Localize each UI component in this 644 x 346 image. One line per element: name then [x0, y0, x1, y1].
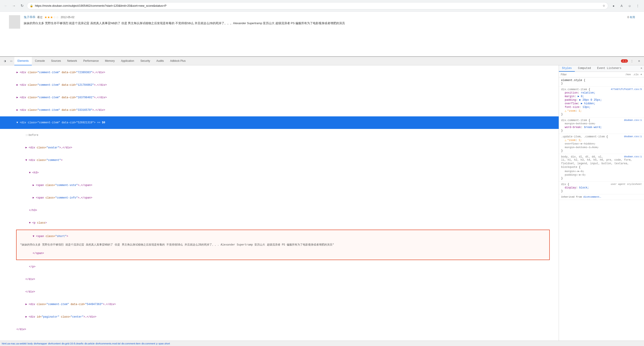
- breadcrumb-comment[interactable]: div.comment: [142, 342, 156, 345]
- element-line[interactable]: </div>: [0, 273, 559, 286]
- css-block-comment-item-1: 477e07cfcfe1077.css:5 div.comment-item {…: [559, 87, 644, 117]
- tab-performance[interactable]: Performance: [80, 57, 102, 65]
- device-toolbar-button[interactable]: ▭: [8, 58, 14, 64]
- tab-security[interactable]: Security: [137, 57, 153, 65]
- helpful-link[interactable]: 有用: [630, 16, 635, 19]
- error-icon: ⚠: [622, 59, 624, 62]
- css-source[interactable]: douban.css:1: [624, 155, 642, 158]
- devtools-close-button[interactable]: ✕: [636, 58, 642, 64]
- star-icon[interactable]: ☆: [602, 4, 605, 7]
- css-prop-zoom: △*zoom: 1;: [561, 109, 642, 113]
- css-close-brace: }: [561, 177, 642, 180]
- page-content: 兔子乖乖 看过 ★★★☆☆ 2012-05-02 0 有用 妹妹的旁白太多 荒野…: [0, 12, 644, 56]
- browser-toolbar: ← → ↻ 🔒 https://movie.douban.com/subject…: [0, 0, 644, 12]
- breadcrumb-body[interactable]: body: [28, 342, 33, 345]
- css-selector: element.style {: [561, 79, 642, 82]
- breadcrumb-article[interactable]: div.article: [84, 342, 95, 345]
- inspect-element-button[interactable]: ◑: [2, 58, 8, 64]
- tab-network[interactable]: Network: [64, 57, 80, 65]
- styles-panel: Styles Computed Event Listeners » :hov .…: [559, 65, 644, 341]
- extensions-button[interactable]: ●: [610, 2, 617, 9]
- element-line[interactable]: </div>: [0, 323, 559, 336]
- element-line[interactable]: ► <div class="comment-item" data-cid="16…: [0, 91, 559, 104]
- element-line[interactable]: ▼ <p class>: [0, 217, 559, 229]
- element-line[interactable]: </div>: [0, 286, 559, 298]
- tab-application[interactable]: Application: [118, 57, 137, 65]
- profile-button[interactable]: ☺: [626, 2, 633, 9]
- css-source[interactable]: 477e07cfcfe1077.css:5: [611, 88, 642, 91]
- css-close-brace: }: [561, 129, 642, 132]
- breadcrumb-grid[interactable]: div.grid-16-8.clearfix: [62, 342, 84, 345]
- highlighted-span-box: ▼ <span class="short"> "妹妹的旁白太多 荒野生存不够强烈…: [16, 230, 550, 260]
- css-prop: font-size: 13px;: [561, 105, 642, 109]
- styles-filter-input[interactable]: [561, 73, 623, 76]
- css-selector-cont: blockquote {: [561, 166, 642, 169]
- tab-adblock[interactable]: Adblock Plus: [167, 57, 189, 65]
- breadcrumb-p[interactable]: p: [156, 342, 158, 345]
- element-line[interactable]: ► <div id="paginator" class="center">…</…: [0, 311, 559, 323]
- styles-filter-bar: :hov .cls +: [559, 72, 644, 77]
- text-content-line[interactable]: "妹妹的旁白太多 荒野生存不够强烈 就是个流浪记蛮 虽然真人真事蛮NB的了 但是…: [16, 243, 549, 247]
- review-action: 看过: [37, 15, 42, 19]
- span-close-line[interactable]: </span>: [16, 247, 549, 260]
- tab-console[interactable]: Console: [32, 57, 48, 65]
- element-line[interactable]: ► <div class="comment-item" data-cid="12…: [0, 79, 559, 91]
- forward-button[interactable]: →: [11, 3, 17, 9]
- css-selector: body, div, dl, dt, dd, ul,: [561, 155, 603, 158]
- breadcrumb-comments[interactable]: div#comments.mod-bd: [96, 342, 120, 345]
- element-line[interactable]: ► <div class="comment-item" data-cid="72…: [0, 66, 559, 79]
- inherited-from-link[interactable]: div#comment…: [583, 196, 601, 198]
- elements-panel[interactable]: ► <div class="comment-item" data-cid="72…: [0, 65, 559, 341]
- breadcrumb-wrapper[interactable]: div#wrapper: [34, 342, 47, 345]
- css-source[interactable]: douban.css:1: [624, 119, 642, 121]
- element-line[interactable]: ► <span class="comment-vote">…</span>: [0, 179, 559, 192]
- filter-plus[interactable]: +: [640, 73, 642, 76]
- filter-hov[interactable]: :hov: [625, 73, 631, 76]
- element-line[interactable]: </h3>: [0, 204, 559, 217]
- tab-elements[interactable]: Elements: [14, 57, 32, 65]
- breadcrumb-bar: html.ua-mac.ua-webkit body div#wrapper d…: [0, 341, 644, 346]
- css-source[interactable]: douban.css:1: [624, 135, 642, 138]
- tab-audits[interactable]: Audits: [153, 57, 167, 65]
- tab-styles[interactable]: Styles: [559, 65, 575, 72]
- translate-button[interactable]: A: [618, 2, 625, 9]
- tab-sources[interactable]: Sources: [48, 57, 64, 65]
- css-inherited-label: Inherited from div#comment…: [561, 196, 642, 198]
- css-selector-row: user agent stylesheet div {: [561, 183, 642, 186]
- element-line[interactable]: ▼ <h3>: [0, 167, 559, 179]
- helpful-count: 0 有用: [628, 15, 635, 19]
- selected-element-line[interactable]: ▼ <div class="comment-item" data-cid="52…: [0, 116, 559, 129]
- css-selector: .update-item, .comment-item: [561, 135, 604, 138]
- avatar: [9, 15, 20, 29]
- element-line[interactable]: ► <div class="avatar">…</div>: [0, 141, 559, 154]
- span-short-line[interactable]: ▼ <span class="short">: [16, 230, 549, 243]
- address-bar[interactable]: 🔒 https://movie.douban.com/subject/19054…: [27, 2, 608, 9]
- reload-button[interactable]: ↻: [19, 3, 25, 9]
- element-line[interactable]: ▼ <div class="comment">: [0, 154, 559, 167]
- tab-event-listeners[interactable]: Event Listeners: [594, 65, 624, 72]
- back-button[interactable]: ←: [3, 3, 9, 9]
- element-line[interactable]: ► <div class="comment-item" data-cid="33…: [0, 104, 559, 116]
- reviewer-name[interactable]: 兔子乖乖: [24, 15, 36, 19]
- filter-cls[interactable]: .cls: [632, 73, 638, 76]
- error-badge: ⚠ 1: [621, 59, 628, 63]
- rating-stars: ★★★☆☆: [44, 15, 59, 19]
- breadcrumb-html[interactable]: html.ua-mac.ua-webkit: [2, 342, 27, 345]
- review-body: 兔子乖乖 看过 ★★★☆☆ 2012-05-02 0 有用 妹妹的旁白太多 荒野…: [24, 15, 635, 53]
- element-line[interactable]: ► <div class="comment-item" data-cid="54…: [0, 298, 559, 311]
- devtools-more-button[interactable]: ⋮: [629, 58, 635, 64]
- element-line[interactable]: </p>: [0, 261, 559, 273]
- css-block-inherited: Inherited from div#comment…: [559, 194, 644, 200]
- css-prop: word-break: break-word;: [561, 126, 642, 129]
- tab-computed[interactable]: Computed: [575, 65, 594, 72]
- breadcrumb-span-short[interactable]: span.short: [158, 342, 170, 345]
- breadcrumb-comment-item[interactable]: div.comment-item: [121, 342, 140, 345]
- css-block-div-ua: user agent stylesheet div { display: blo…: [559, 182, 644, 194]
- menu-button[interactable]: ⋮: [634, 2, 641, 9]
- styles-more-button[interactable]: »: [639, 65, 644, 72]
- url-text: https://movie.douban.com/subject/1905462…: [35, 4, 601, 7]
- element-line[interactable]: </div>: [0, 336, 559, 341]
- breadcrumb-content[interactable]: div#content: [48, 342, 60, 345]
- tab-memory[interactable]: Memory: [102, 57, 118, 65]
- element-line[interactable]: ► <span class="comment-info">…</span>: [0, 192, 559, 204]
